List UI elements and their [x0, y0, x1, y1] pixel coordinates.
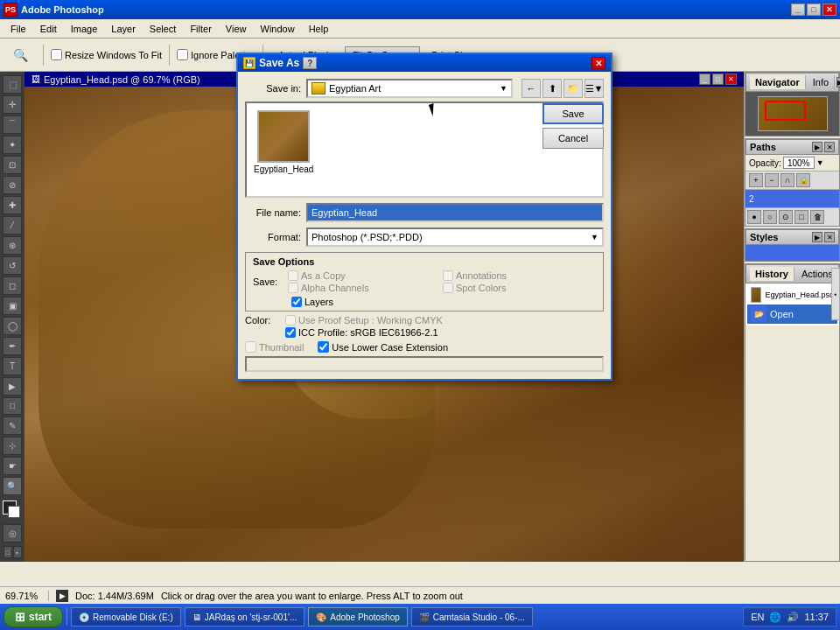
tool-move[interactable]: ✛ [3, 95, 22, 114]
opacity-input[interactable] [783, 157, 815, 169]
opacity-dropdown-arrow[interactable]: ▼ [816, 158, 824, 167]
taskbar-system-tray: EN 🌐 🔊 11:37 [743, 607, 836, 626]
add-path-btn[interactable]: + [749, 173, 763, 187]
menu-filter[interactable]: Filter [183, 22, 218, 36]
alpha-channels-checkbox[interactable]: Alpha Channels [288, 283, 441, 293]
tool-history-brush[interactable]: ↺ [3, 256, 22, 275]
tab-navigator[interactable]: Navigator [750, 75, 806, 89]
menu-view[interactable]: View [219, 22, 254, 36]
start-button[interactable]: ⊞ start [4, 606, 63, 627]
tool-dodge[interactable]: ◯ [3, 317, 22, 335]
dialog-close-button[interactable]: ✕ [592, 57, 606, 69]
tool-text[interactable]: T [3, 357, 22, 375]
menu-file[interactable]: File [4, 22, 33, 36]
tool-brush[interactable]: ∕ [3, 216, 22, 234]
history-item-2[interactable]: 📂 Open [747, 304, 837, 324]
save-label: Save: [253, 276, 288, 287]
tool-heal[interactable]: ✚ [3, 196, 22, 214]
taskbar-item-2[interactable]: 🖥 JARdaş on 'stj-sr-001'... [185, 607, 305, 626]
canvas-close[interactable]: ✕ [725, 74, 737, 85]
path-new-btn[interactable]: □ [794, 210, 808, 224]
combo-dropdown-arrow[interactable]: ▼ [500, 84, 508, 93]
menu-window[interactable]: Window [254, 22, 302, 36]
tool-stamp[interactable]: ⊛ [3, 236, 22, 255]
maximize-button[interactable]: □ [807, 4, 821, 16]
close-button[interactable]: ✕ [822, 4, 836, 16]
menu-select[interactable]: Select [143, 22, 184, 36]
tool-crop[interactable]: ⊡ [3, 156, 22, 174]
icc-profile-checkbox[interactable]: ICC Profile: sRGB IEC61966-2.1 [285, 327, 443, 338]
zoom-tool-btn[interactable]: 🔍 [5, 45, 36, 66]
save-in-combo[interactable]: Egyptian Art ▼ [306, 79, 513, 98]
cancel-button[interactable]: Cancel [542, 128, 604, 149]
styles-menu-btn[interactable]: ▶ [812, 232, 822, 242]
tool-path-select[interactable]: ▶ [3, 377, 22, 396]
language-indicator[interactable]: EN [751, 612, 764, 622]
tab-info[interactable]: Info [808, 75, 835, 89]
tool-lasso[interactable]: ⌒ [3, 116, 22, 134]
tool-pen[interactable]: ✒ [3, 337, 22, 355]
go-back-btn[interactable]: ← [522, 79, 541, 98]
intersect-path-btn[interactable]: ∩ [780, 173, 794, 187]
tool-hand[interactable]: ☛ [3, 457, 22, 475]
tool-marquee[interactable]: ⬚ [3, 75, 22, 94]
styles-close-btn[interactable]: ✕ [824, 232, 835, 242]
layers-checkbox[interactable]: Layers [291, 297, 596, 307]
tool-slice[interactable]: ⊘ [3, 176, 22, 194]
taskbar-item-4[interactable]: 🎬 Camtasia Studio - 06-... [411, 607, 533, 626]
lower-case-checkbox[interactable]: Use Lower Case Extension [318, 341, 448, 353]
save-button[interactable]: Save [542, 103, 604, 124]
taskbar-item-3[interactable]: 🎨 Adobe Photoshop [308, 607, 408, 626]
navigator-menu-btn[interactable]: ▶ [836, 77, 840, 88]
format-combo[interactable]: Photoshop (*.PSD;*.PDD) ▼ [306, 228, 604, 247]
minimize-button[interactable]: _ [791, 4, 805, 16]
tool-magic-wand[interactable]: ✦ [3, 136, 22, 154]
history-item-1[interactable]: Egyptian_Head.psd [747, 285, 837, 304]
menu-help[interactable]: Help [302, 22, 336, 36]
spot-colors-checkbox[interactable]: Spot Colors [443, 283, 596, 293]
tool-eyedropper[interactable]: ⊹ [3, 437, 22, 455]
menu-image[interactable]: Image [64, 22, 105, 36]
thumbnail-checkbox[interactable]: Thumbnail [245, 341, 304, 353]
canvas-maximize[interactable]: □ [712, 74, 724, 85]
menu-edit[interactable]: Edit [33, 22, 64, 36]
tool-zoom[interactable]: 🔍 [3, 477, 22, 495]
view-options-btn[interactable]: ☰▼ [584, 79, 604, 98]
scrollbar[interactable]: ▪ [831, 268, 840, 320]
as-a-copy-checkbox[interactable]: As a Copy [288, 270, 441, 281]
tool-quick-mask[interactable]: ◎ [3, 524, 22, 542]
clock: 11:37 [804, 612, 829, 622]
annotations-checkbox[interactable]: Annotations [443, 270, 596, 281]
tool-notes[interactable]: ✎ [3, 416, 22, 435]
menu-layer[interactable]: Layer [104, 22, 143, 36]
new-folder-btn[interactable]: 📁 [564, 79, 583, 98]
tool-eraser[interactable]: ◻ [3, 276, 22, 295]
paths-close-btn[interactable]: ✕ [824, 142, 835, 152]
path-fill-btn[interactable]: ● [747, 210, 761, 224]
path-selection-btn[interactable]: ⊙ [779, 210, 793, 224]
taskbar-item-1[interactable]: 💿 Removable Disk (E:) [71, 607, 181, 626]
path-stroke-btn[interactable]: ○ [763, 210, 777, 224]
up-folder-btn[interactable]: ⬆ [542, 79, 562, 98]
status-play-button[interactable]: ▶ [56, 590, 68, 602]
canvas-minimize[interactable]: _ [699, 74, 710, 85]
path-delete-btn[interactable]: 🗑 [810, 210, 824, 224]
view-standard[interactable]: □ [4, 546, 12, 558]
file-name-input[interactable] [306, 203, 604, 222]
tab-history[interactable]: History [750, 267, 794, 281]
subtract-path-btn[interactable]: − [765, 173, 779, 187]
background-color[interactable] [8, 506, 20, 518]
tool-gradient[interactable]: ▣ [3, 297, 22, 315]
view-full-menu[interactable]: ▪ [13, 546, 22, 558]
resize-windows-checkbox[interactable]: Resize Windows To Fit [51, 49, 162, 60]
volume-icon[interactable]: 🔊 [787, 612, 799, 623]
styles-content [746, 245, 839, 261]
paths-menu-btn[interactable]: ▶ [812, 142, 822, 152]
tool-shape[interactable]: □ [3, 397, 22, 416]
file-item-1[interactable]: Egyptian_Head [254, 110, 313, 174]
lock-path-btn[interactable]: 🔒 [796, 173, 810, 187]
taskbar-icon-3: 🎨 [316, 612, 326, 622]
dialog-help-button[interactable]: ? [303, 57, 317, 69]
format-dropdown-arrow[interactable]: ▼ [591, 233, 598, 242]
use-proof-checkbox[interactable]: Use Proof Setup : Working CMYK [285, 315, 443, 326]
